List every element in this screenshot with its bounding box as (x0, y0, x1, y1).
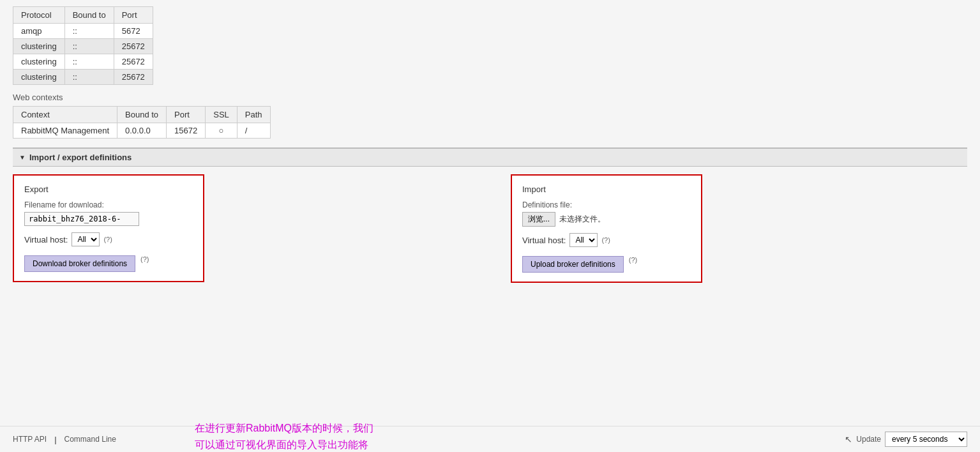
col-port-2: Port (167, 107, 206, 123)
cell-port-2: 15672 (167, 123, 206, 139)
download-broker-definitions-button[interactable]: Download broker definitions (24, 255, 135, 272)
definitions-label: Definitions file: (522, 200, 691, 209)
export-panel-title: Export (24, 185, 193, 194)
cell-ssl: ○ (206, 123, 237, 139)
update-interval-select[interactable]: every 5 seconds every 10 seconds every 3… (885, 432, 967, 447)
no-file-text: 未选择文件。 (559, 214, 605, 225)
update-label: Update (856, 435, 881, 444)
table-row: clustering :: 25672 (13, 39, 153, 54)
table-row: clustering :: 25672 (13, 54, 153, 70)
table-row: clustering :: 25672 (13, 70, 153, 85)
export-vhost-help[interactable]: (?) (103, 236, 112, 243)
upload-help[interactable]: (?) (629, 256, 637, 264)
browse-button[interactable]: 浏览... (522, 212, 555, 227)
import-export-title: Import / export definitions (29, 153, 132, 162)
collapse-triangle-icon: ▼ (19, 154, 26, 161)
web-contexts-label: Web contexts (13, 93, 967, 102)
import-panel: Import Definitions file: 浏览... 未选择文件。 Vi… (511, 174, 702, 283)
col-ssl: SSL (206, 107, 237, 123)
import-export-header[interactable]: ▼ Import / export definitions (13, 147, 967, 167)
command-line-link[interactable]: Command Line (64, 435, 116, 444)
col-path: Path (237, 107, 270, 123)
export-vhost-select[interactable]: All (72, 232, 100, 246)
export-panel: Export Filename for download: Virtual ho… (13, 174, 204, 282)
cell-context: RabbitMQ Management (13, 123, 117, 139)
cell-protocol: clustering (13, 54, 65, 70)
cell-bound-to: :: (64, 24, 114, 39)
cell-bound-to-2: 0.0.0.0 (117, 123, 167, 139)
cell-bound-to: :: (64, 70, 114, 85)
filename-input[interactable] (24, 212, 139, 226)
col-protocol: Protocol (13, 7, 65, 24)
col-context: Context (13, 107, 117, 123)
http-api-link[interactable]: HTTP API (13, 435, 47, 444)
web-contexts-table: Context Bound to Port SSL Path RabbitMQ … (13, 106, 271, 139)
cell-port: 5672 (114, 24, 153, 39)
footer-links: HTTP API | Command Line (13, 435, 116, 444)
download-help[interactable]: (?) (140, 255, 149, 263)
import-panel-title: Import (522, 185, 691, 194)
footer-bar: HTTP API | Command Line ↖ Update every 5… (0, 426, 980, 452)
import-vhost-row: Virtual host: All (?) (522, 233, 691, 247)
table-row: amqp :: 5672 (13, 24, 153, 39)
cell-protocol: clustering (13, 70, 65, 85)
upload-broker-definitions-button[interactable]: Upload broker definitions (522, 256, 624, 273)
filename-label: Filename for download: (24, 200, 193, 209)
cell-path: / (237, 123, 270, 139)
cell-port: 25672 (114, 39, 153, 54)
file-row: 浏览... 未选择文件。 (522, 212, 691, 227)
cell-port: 25672 (114, 70, 153, 85)
update-row: ↖ Update every 5 seconds every 10 second… (845, 432, 967, 447)
col-bound-to: Bound to (64, 7, 114, 24)
export-vhost-row: Virtual host: All (?) (24, 232, 193, 246)
cell-protocol: clustering (13, 39, 65, 54)
listeners-table: Protocol Bound to Port amqp :: 5672 clus… (13, 6, 153, 85)
col-port: Port (114, 7, 153, 24)
page-wrapper: Protocol Bound to Port amqp :: 5672 clus… (0, 0, 980, 289)
cell-protocol: amqp (13, 24, 65, 39)
cell-port: 25672 (114, 54, 153, 70)
web-context-row: RabbitMQ Management 0.0.0.0 15672 ○ / (13, 123, 271, 139)
import-vhost-label: Virtual host: (522, 236, 566, 245)
cell-bound-to: :: (64, 39, 114, 54)
col-bound-to-2: Bound to (117, 107, 167, 123)
export-vhost-label: Virtual host: (24, 235, 68, 245)
footer-divider: | (54, 435, 56, 444)
import-vhost-help[interactable]: (?) (601, 236, 610, 244)
import-vhost-select[interactable]: All (569, 233, 598, 247)
cell-bound-to: :: (64, 54, 114, 70)
cursor-icon: ↖ (845, 434, 852, 444)
panels-row: Export Filename for download: Virtual ho… (13, 174, 967, 283)
